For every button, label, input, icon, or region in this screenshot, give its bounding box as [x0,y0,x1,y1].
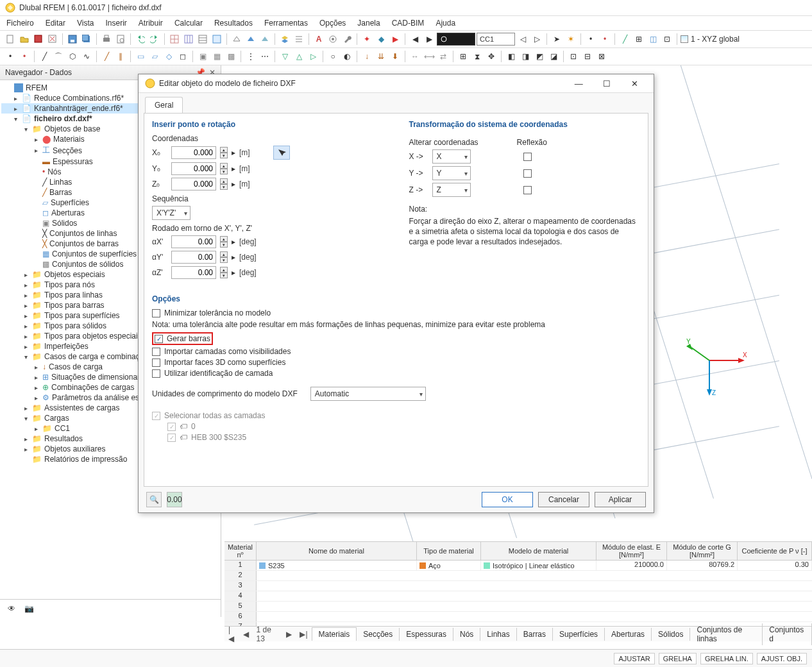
close-button[interactable]: ✕ [622,79,647,89]
hinge2-icon[interactable]: ◐ [341,50,353,63]
menu-resultados[interactable]: Resultados [213,17,254,29]
input-y0[interactable] [171,162,216,175]
spin-down[interactable]: ▾ [220,153,228,158]
tab-materiais[interactable]: Materiais [312,627,357,641]
input-az[interactable] [171,266,216,279]
dim1-icon[interactable]: ↔ [409,50,421,63]
tree-item[interactable]: Conjuntos de barras [49,239,119,248]
col-modelo[interactable]: Modelo de material [481,542,596,560]
input-ax[interactable] [171,235,216,248]
tree-objetos-base[interactable]: Objetos de base [44,124,100,133]
tree-item[interactable]: Conjuntos de superfícies [52,249,137,258]
checkbox-import-cam[interactable] [152,348,160,356]
col-nome[interactable]: Nome do material [257,542,417,560]
surf2-icon[interactable]: ▱ [148,50,161,63]
cell-modelo[interactable]: Isotrópico | Linear elástico [493,562,575,570]
tree-item[interactable]: Secções [53,146,82,155]
first-icon[interactable]: |◀ [224,625,239,643]
tree-item[interactable]: Conjuntos de linhas [49,229,117,238]
tree-cat[interactable]: Objetos auxiliares [44,444,105,453]
menu-calcular[interactable]: Calcular [173,17,204,29]
u1-icon[interactable]: ⊡ [567,50,580,63]
tree-cat[interactable]: Relatórios de impressão [44,455,127,464]
menu-ajuda[interactable]: Ajuda [434,17,457,29]
ld2-icon[interactable]: ⇊ [375,50,387,63]
list-icon[interactable] [292,33,305,46]
spin-up[interactable]: ▴ [220,163,228,169]
spin-up[interactable]: ▴ [220,236,228,242]
t1-icon[interactable]: ◧ [505,50,518,63]
bar2-icon[interactable]: ∥ [114,50,127,63]
open-icon[interactable] [18,33,31,46]
u2-icon[interactable]: ⊟ [581,50,594,63]
tree-item[interactable]: Combinações de cargas [51,383,134,392]
tree-item[interactable]: Aberturas [51,208,85,217]
new-icon[interactable] [4,33,17,46]
prev-icon[interactable]: ◀ [239,630,253,639]
grid2-icon[interactable] [182,33,195,46]
tree-item[interactable]: Situações de dimensionam… [51,373,151,382]
spin-down[interactable]: ▾ [220,273,228,278]
scale-dropdown[interactable] [437,33,475,46]
star-icon[interactable]: ✶ [564,33,577,46]
spline-icon[interactable]: ∿ [80,50,93,63]
t4-icon[interactable]: ◪ [547,50,560,63]
spin-up[interactable]: ▴ [220,178,228,184]
tree-item[interactable]: Nós [47,167,61,176]
ok-button[interactable]: OK [482,492,533,507]
tree-casos[interactable]: Casos de carga e combinações [44,352,152,361]
redo-icon[interactable] [148,33,161,46]
step-icon[interactable]: ▸ [232,253,235,262]
tree-cat[interactable]: Tipos para superfícies [44,311,120,320]
cell-num[interactable]: 3 [224,581,257,591]
sup2-icon[interactable]: △ [292,50,305,63]
shade-icon[interactable] [258,33,271,46]
spin-down[interactable]: ▾ [220,184,228,190]
spin-down[interactable]: ▾ [220,242,228,248]
tree-cat[interactable]: Tipos para linhas [44,291,103,300]
cell-num[interactable]: 2 [224,571,257,580]
dim2-icon[interactable]: ⟷ [423,50,436,63]
spin-down[interactable]: ▾ [220,169,228,174]
checkbox-import-3d[interactable] [152,359,160,367]
mirror-icon[interactable]: ⧗ [471,50,484,63]
t2-icon[interactable]: ◨ [519,50,532,63]
back-icon[interactable]: ◀ [409,33,421,46]
tab-superficies[interactable]: Superfícies [553,628,605,641]
tree-cat[interactable]: Tipos para sólidos [44,321,106,330]
close2-icon[interactable] [46,33,59,46]
dropdown-z[interactable]: Z [432,183,471,197]
spin-up[interactable]: ▴ [220,147,228,153]
apply-button[interactable]: Aplicar [595,492,646,507]
sup3-icon[interactable]: ▷ [307,50,319,63]
tree-cat[interactable]: Cargas [44,414,69,423]
step-icon[interactable]: ▸ [232,268,235,277]
a-icon[interactable]: A [312,33,325,46]
tree-file[interactable]: Reduce Combinations.rf6* [34,94,124,103]
dim3-icon[interactable]: ⇄ [437,50,450,63]
layers-icon[interactable] [278,33,291,46]
input-x0[interactable] [171,146,216,159]
cell-num[interactable]: 4 [224,591,257,601]
move-icon[interactable]: ✥ [485,50,498,63]
tab-conjlinhas[interactable]: Conjuntos de linhas [690,623,763,645]
t3-icon[interactable]: ◩ [533,50,546,63]
m2-icon[interactable]: ⊞ [632,33,645,46]
sol3-icon[interactable]: ▩ [224,50,237,63]
ld1-icon[interactable]: ↓ [360,50,373,63]
cell-num[interactable]: 6 [224,612,257,621]
ld3-icon[interactable]: ⬇ [389,50,402,63]
col-tipo[interactable]: Tipo de material [417,542,481,560]
m1-icon[interactable]: ╱ [618,33,631,46]
tree-item[interactable]: Conjuntos de sólidos [52,260,123,269]
tree-item[interactable]: Barras [49,188,72,197]
line-icon[interactable]: ╱ [38,50,51,63]
tree-item[interactable]: Superfícies [51,198,89,207]
undo-icon[interactable] [134,33,147,46]
tree-item[interactable]: Casos de carga [49,362,103,371]
menu-inserir[interactable]: Inserir [105,17,128,29]
checkbox-min-tol[interactable] [152,309,160,317]
tree-cat[interactable]: Tipos para objetos especiais [44,332,142,341]
checkbox-gerar-barras[interactable]: ✓ [155,335,163,343]
menu-janela[interactable]: Janela [356,17,381,29]
